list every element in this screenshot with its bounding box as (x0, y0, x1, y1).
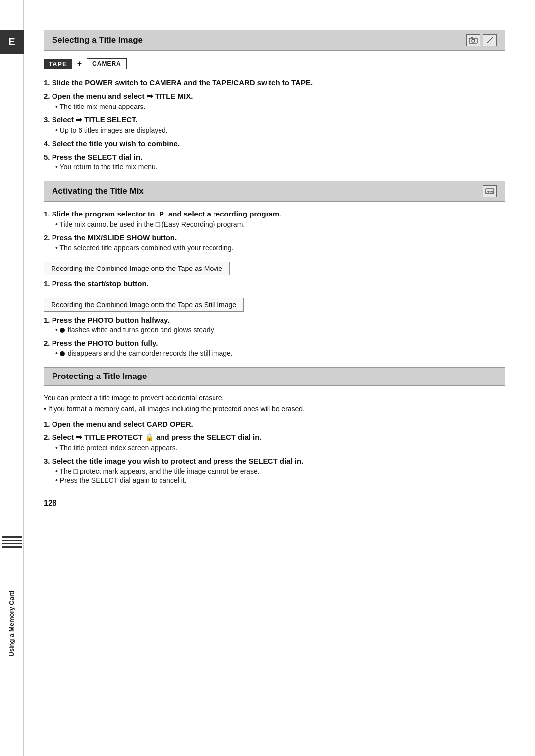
tape-icon (485, 188, 494, 195)
section2-step2-bullet1: The selected title appears combined with… (55, 244, 505, 252)
section1-step5-num: 5. (44, 153, 50, 161)
section2-step1: 1. Slide the program selector to P and s… (44, 210, 505, 228)
still-step1: 1. Press the PHOTO button halfway. flash… (44, 316, 505, 334)
pencil-icon-box (483, 34, 497, 46)
section3-step1-num: 1. (44, 420, 50, 428)
section3-step3-num: 3. (44, 457, 50, 465)
section3-step3-bullet1: The □ protect mark appears, and the titl… (55, 467, 505, 475)
section2-step2: 2. Press the MIX/SLIDE SHOW button. The … (44, 233, 505, 252)
sidebar-lines (0, 536, 24, 548)
section1-step1: 1. Slide the POWER switch to CAMERA and … (44, 78, 505, 87)
still-step1-title: 1. Press the PHOTO button halfway. (44, 316, 505, 324)
section3-step3: 3. Select the title image you wish to pr… (44, 457, 505, 484)
section1-step5-text: Press the SELECT dial in. (52, 153, 143, 161)
section2-icon-box (483, 185, 497, 197)
section1-icons (466, 34, 497, 46)
section3-step2-bullet1: The title protect index screen appears. (55, 444, 505, 452)
svg-point-7 (487, 191, 489, 193)
section3-step1-title: 1. Open the menu and select CARD OPER. (44, 420, 505, 428)
section3-header: Protecting a Title Image (44, 367, 505, 386)
section3-step1: 1. Open the menu and select CARD OPER. (44, 420, 505, 428)
section3-intro2: • If you format a memory card, all image… (44, 405, 505, 413)
p-symbol: P (157, 210, 166, 218)
section1-step2-title: 2. Open the menu and select ➡ TITLE MIX. (44, 92, 505, 101)
section1-step2-bullets: The title mix menu appears. (44, 103, 505, 110)
still-step2-text: Press the PHOTO button fully. (52, 339, 158, 347)
section2-step2-text: Press the MIX/SLIDE SHOW button. (52, 233, 177, 242)
section1-step5-bullet1: You return to the title mix menu. (55, 163, 505, 171)
section1-step4-num: 4. (44, 139, 50, 148)
svg-point-8 (491, 191, 493, 193)
pencil-icon (486, 36, 494, 44)
section1-step5-title: 5. Press the SELECT dial in. (44, 153, 505, 161)
svg-line-3 (487, 38, 492, 43)
section3-step3-bullet2: Press the SELECT dial again to cancel it… (55, 476, 505, 484)
section2-title: Activating the Title Mix (52, 186, 144, 196)
label-still: Recording the Combined Image onto the Ta… (44, 298, 244, 312)
still-step2-title: 2. Press the PHOTO button fully. (44, 339, 505, 347)
section3-title: Protecting a Title Image (52, 372, 147, 381)
section2-step1-text2: and select a recording program. (168, 210, 281, 218)
section3-step3-text: Select the title image you wish to prote… (52, 457, 304, 465)
movie-step1-num: 1. (44, 279, 50, 288)
section2-step1-title: 1. Slide the program selector to P and s… (44, 210, 505, 218)
section2-step2-bullets: The selected title appears combined with… (44, 244, 505, 252)
section2-header: Activating the Title Mix (44, 181, 505, 202)
section2-step1-num: 1. (44, 210, 50, 218)
circle-dot-1 (60, 328, 65, 333)
section2-step1-bullets: Title mix cannot be used in the □ (Easy … (44, 220, 505, 228)
section1-step3-bullet1: Up to 6 titles images are displayed. (55, 126, 505, 134)
sidebar-vertical-text: Using a Memory Card (8, 591, 15, 657)
section1-step3-title: 3. Select ➡ TITLE SELECT. (44, 115, 505, 124)
section1-header: Selecting a Title Image (44, 30, 505, 51)
label-movie: Recording the Combined Image onto the Ta… (44, 262, 230, 275)
section1-step1-title: 1. Slide the POWER switch to CAMERA and … (44, 78, 505, 87)
section3-step3-bullets: The □ protect mark appears, and the titl… (44, 467, 505, 484)
movie-step1-text: Press the start/stop button. (52, 279, 149, 288)
section2-step2-title: 2. Press the MIX/SLIDE SHOW button. (44, 233, 505, 242)
section1-step2-bullet1: The title mix menu appears. (55, 103, 505, 110)
section3-step2: 2. Select ➡ TITLE PROTECT 🔒 and press th… (44, 433, 505, 452)
sidebar-line-1 (2, 536, 22, 538)
svg-rect-2 (471, 37, 473, 38)
section1-title: Selecting a Title Image (52, 35, 143, 45)
section3-step2-bullets: The title protect index screen appears. (44, 444, 505, 452)
still-step2: 2. Press the PHOTO button fully. disappe… (44, 339, 505, 357)
svg-line-4 (492, 37, 493, 38)
camera-icon (469, 37, 478, 44)
still-step2-num: 2. (44, 339, 50, 347)
section3-step3-title: 3. Select the title image you wish to pr… (44, 457, 505, 465)
section1-step3-bullets: Up to 6 titles images are displayed. (44, 126, 505, 134)
section3-step1-text: Open the menu and select CARD OPER. (52, 420, 193, 428)
still-step1-bullets: flashes white and turns green and glows … (44, 326, 505, 334)
badge-row: TAPE + CAMERA (44, 58, 505, 69)
circle-dot-2 (60, 351, 65, 356)
section2-step1-text: Slide the program selector to (52, 210, 157, 218)
section1-step5-bullets: You return to the title mix menu. (44, 163, 505, 171)
sidebar-line-4 (2, 546, 22, 548)
section3-step2-text: Select ➡ TITLE PROTECT 🔒 and press the S… (52, 433, 262, 441)
section2-icons (483, 185, 497, 197)
section1-step1-text: Slide the POWER switch to CAMERA and the… (52, 78, 313, 87)
still-step2-bullet1: disappears and the camcorder records the… (55, 349, 505, 357)
still-step1-num: 1. (44, 316, 50, 324)
movie-step1-title: 1. Press the start/stop button. (44, 279, 505, 288)
page-number: 128 (44, 499, 505, 508)
section1-step2-text: Open the menu and select ➡ TITLE MIX. (52, 92, 193, 100)
section1-step2: 2. Open the menu and select ➡ TITLE MIX.… (44, 92, 505, 110)
badge-camera: CAMERA (87, 58, 127, 69)
still-step1-bullet1: flashes white and turns green and glows … (55, 326, 505, 334)
section3-step2-title: 2. Select ➡ TITLE PROTECT 🔒 and press th… (44, 433, 505, 442)
section1-step3: 3. Select ➡ TITLE SELECT. Up to 6 titles… (44, 115, 505, 134)
sidebar-line-2 (2, 540, 22, 541)
still-step2-bullets: disappears and the camcorder records the… (44, 349, 505, 357)
main-content: Selecting a Title Image (24, 0, 535, 756)
section1-step5: 5. Press the SELECT dial in. You return … (44, 153, 505, 171)
section2-step2-num: 2. (44, 233, 50, 242)
section1-step3-text: Select ➡ TITLE SELECT. (52, 115, 138, 124)
camera-icon-box (466, 34, 480, 46)
section3-step2-num: 2. (44, 433, 50, 441)
sidebar-line-3 (2, 543, 22, 544)
svg-point-1 (472, 39, 475, 42)
sidebar: E Using a Memory Card (0, 0, 24, 756)
